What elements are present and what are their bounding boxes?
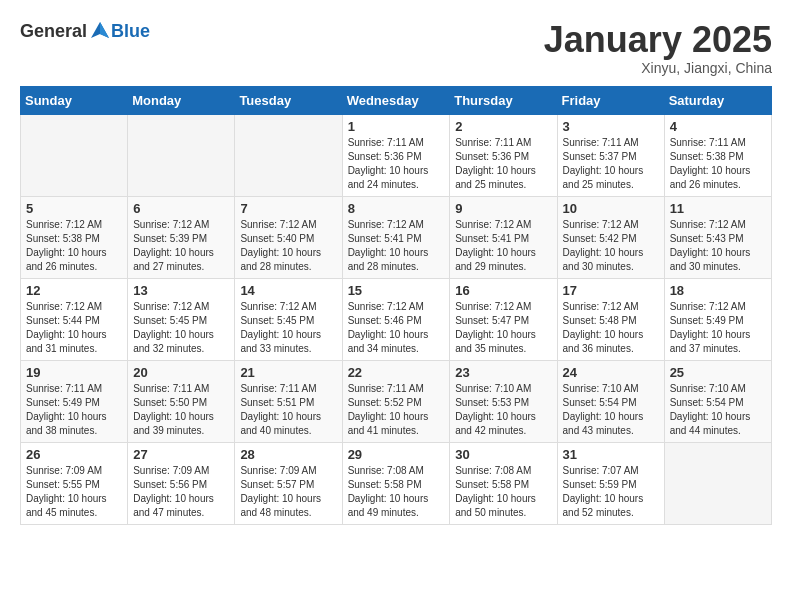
day-number: 8	[348, 201, 445, 216]
calendar-cell: 23Sunrise: 7:10 AMSunset: 5:53 PMDayligh…	[450, 360, 557, 442]
calendar-week-5: 26Sunrise: 7:09 AMSunset: 5:55 PMDayligh…	[21, 442, 772, 524]
calendar-cell: 22Sunrise: 7:11 AMSunset: 5:52 PMDayligh…	[342, 360, 450, 442]
day-number: 9	[455, 201, 551, 216]
header-monday: Monday	[128, 86, 235, 114]
day-info: Sunrise: 7:12 AMSunset: 5:48 PMDaylight:…	[563, 300, 659, 356]
calendar-cell: 14Sunrise: 7:12 AMSunset: 5:45 PMDayligh…	[235, 278, 342, 360]
day-number: 3	[563, 119, 659, 134]
day-info: Sunrise: 7:11 AMSunset: 5:38 PMDaylight:…	[670, 136, 766, 192]
day-info: Sunrise: 7:12 AMSunset: 5:38 PMDaylight:…	[26, 218, 122, 274]
calendar-cell: 24Sunrise: 7:10 AMSunset: 5:54 PMDayligh…	[557, 360, 664, 442]
day-number: 29	[348, 447, 445, 462]
header-tuesday: Tuesday	[235, 86, 342, 114]
day-number: 5	[26, 201, 122, 216]
calendar-cell: 6Sunrise: 7:12 AMSunset: 5:39 PMDaylight…	[128, 196, 235, 278]
calendar-cell: 17Sunrise: 7:12 AMSunset: 5:48 PMDayligh…	[557, 278, 664, 360]
day-info: Sunrise: 7:12 AMSunset: 5:43 PMDaylight:…	[670, 218, 766, 274]
day-number: 31	[563, 447, 659, 462]
day-info: Sunrise: 7:11 AMSunset: 5:36 PMDaylight:…	[455, 136, 551, 192]
calendar-cell: 26Sunrise: 7:09 AMSunset: 5:55 PMDayligh…	[21, 442, 128, 524]
calendar-cell: 4Sunrise: 7:11 AMSunset: 5:38 PMDaylight…	[664, 114, 771, 196]
header-wednesday: Wednesday	[342, 86, 450, 114]
day-info: Sunrise: 7:11 AMSunset: 5:51 PMDaylight:…	[240, 382, 336, 438]
calendar-week-1: 1Sunrise: 7:11 AMSunset: 5:36 PMDaylight…	[21, 114, 772, 196]
day-number: 18	[670, 283, 766, 298]
day-info: Sunrise: 7:11 AMSunset: 5:37 PMDaylight:…	[563, 136, 659, 192]
calendar-week-4: 19Sunrise: 7:11 AMSunset: 5:49 PMDayligh…	[21, 360, 772, 442]
calendar-cell: 15Sunrise: 7:12 AMSunset: 5:46 PMDayligh…	[342, 278, 450, 360]
day-info: Sunrise: 7:11 AMSunset: 5:52 PMDaylight:…	[348, 382, 445, 438]
calendar-cell: 31Sunrise: 7:07 AMSunset: 5:59 PMDayligh…	[557, 442, 664, 524]
day-info: Sunrise: 7:12 AMSunset: 5:44 PMDaylight:…	[26, 300, 122, 356]
calendar-cell: 28Sunrise: 7:09 AMSunset: 5:57 PMDayligh…	[235, 442, 342, 524]
day-info: Sunrise: 7:10 AMSunset: 5:54 PMDaylight:…	[670, 382, 766, 438]
day-number: 30	[455, 447, 551, 462]
day-info: Sunrise: 7:11 AMSunset: 5:50 PMDaylight:…	[133, 382, 229, 438]
calendar-cell: 1Sunrise: 7:11 AMSunset: 5:36 PMDaylight…	[342, 114, 450, 196]
header-saturday: Saturday	[664, 86, 771, 114]
title-section: January 2025 Xinyu, Jiangxi, China	[544, 20, 772, 76]
day-info: Sunrise: 7:09 AMSunset: 5:55 PMDaylight:…	[26, 464, 122, 520]
day-info: Sunrise: 7:12 AMSunset: 5:45 PMDaylight:…	[240, 300, 336, 356]
calendar-cell: 3Sunrise: 7:11 AMSunset: 5:37 PMDaylight…	[557, 114, 664, 196]
day-number: 12	[26, 283, 122, 298]
day-info: Sunrise: 7:12 AMSunset: 5:45 PMDaylight:…	[133, 300, 229, 356]
calendar-cell: 19Sunrise: 7:11 AMSunset: 5:49 PMDayligh…	[21, 360, 128, 442]
day-info: Sunrise: 7:12 AMSunset: 5:46 PMDaylight:…	[348, 300, 445, 356]
calendar-cell: 16Sunrise: 7:12 AMSunset: 5:47 PMDayligh…	[450, 278, 557, 360]
logo-text: General Blue	[20, 20, 150, 42]
day-number: 21	[240, 365, 336, 380]
logo-general: General	[20, 21, 87, 42]
logo-icon	[89, 20, 111, 42]
header-thursday: Thursday	[450, 86, 557, 114]
calendar-cell	[21, 114, 128, 196]
day-number: 24	[563, 365, 659, 380]
day-info: Sunrise: 7:12 AMSunset: 5:49 PMDaylight:…	[670, 300, 766, 356]
calendar-cell: 2Sunrise: 7:11 AMSunset: 5:36 PMDaylight…	[450, 114, 557, 196]
calendar-cell: 30Sunrise: 7:08 AMSunset: 5:58 PMDayligh…	[450, 442, 557, 524]
header-friday: Friday	[557, 86, 664, 114]
calendar-cell: 29Sunrise: 7:08 AMSunset: 5:58 PMDayligh…	[342, 442, 450, 524]
calendar-table: SundayMondayTuesdayWednesdayThursdayFrid…	[20, 86, 772, 525]
day-info: Sunrise: 7:12 AMSunset: 5:42 PMDaylight:…	[563, 218, 659, 274]
location: Xinyu, Jiangxi, China	[544, 60, 772, 76]
day-number: 6	[133, 201, 229, 216]
day-info: Sunrise: 7:12 AMSunset: 5:47 PMDaylight:…	[455, 300, 551, 356]
day-number: 2	[455, 119, 551, 134]
calendar-cell: 21Sunrise: 7:11 AMSunset: 5:51 PMDayligh…	[235, 360, 342, 442]
day-number: 20	[133, 365, 229, 380]
day-info: Sunrise: 7:11 AMSunset: 5:36 PMDaylight:…	[348, 136, 445, 192]
day-info: Sunrise: 7:10 AMSunset: 5:54 PMDaylight:…	[563, 382, 659, 438]
calendar-cell: 25Sunrise: 7:10 AMSunset: 5:54 PMDayligh…	[664, 360, 771, 442]
calendar-cell: 11Sunrise: 7:12 AMSunset: 5:43 PMDayligh…	[664, 196, 771, 278]
day-number: 13	[133, 283, 229, 298]
calendar-week-2: 5Sunrise: 7:12 AMSunset: 5:38 PMDaylight…	[21, 196, 772, 278]
day-number: 11	[670, 201, 766, 216]
page-header: General Blue January 2025 Xinyu, Jiangxi…	[20, 20, 772, 76]
day-number: 10	[563, 201, 659, 216]
calendar-cell: 18Sunrise: 7:12 AMSunset: 5:49 PMDayligh…	[664, 278, 771, 360]
day-number: 25	[670, 365, 766, 380]
day-number: 27	[133, 447, 229, 462]
calendar-cell: 10Sunrise: 7:12 AMSunset: 5:42 PMDayligh…	[557, 196, 664, 278]
day-info: Sunrise: 7:07 AMSunset: 5:59 PMDaylight:…	[563, 464, 659, 520]
calendar-cell: 7Sunrise: 7:12 AMSunset: 5:40 PMDaylight…	[235, 196, 342, 278]
day-number: 1	[348, 119, 445, 134]
day-number: 4	[670, 119, 766, 134]
logo-blue: Blue	[111, 21, 150, 42]
calendar-cell: 5Sunrise: 7:12 AMSunset: 5:38 PMDaylight…	[21, 196, 128, 278]
day-info: Sunrise: 7:10 AMSunset: 5:53 PMDaylight:…	[455, 382, 551, 438]
day-number: 26	[26, 447, 122, 462]
calendar-week-3: 12Sunrise: 7:12 AMSunset: 5:44 PMDayligh…	[21, 278, 772, 360]
day-number: 22	[348, 365, 445, 380]
calendar-cell: 8Sunrise: 7:12 AMSunset: 5:41 PMDaylight…	[342, 196, 450, 278]
day-number: 15	[348, 283, 445, 298]
calendar-cell: 20Sunrise: 7:11 AMSunset: 5:50 PMDayligh…	[128, 360, 235, 442]
calendar-header-row: SundayMondayTuesdayWednesdayThursdayFrid…	[21, 86, 772, 114]
day-number: 23	[455, 365, 551, 380]
calendar-cell: 13Sunrise: 7:12 AMSunset: 5:45 PMDayligh…	[128, 278, 235, 360]
day-info: Sunrise: 7:12 AMSunset: 5:41 PMDaylight:…	[455, 218, 551, 274]
day-number: 7	[240, 201, 336, 216]
day-number: 28	[240, 447, 336, 462]
day-info: Sunrise: 7:09 AMSunset: 5:57 PMDaylight:…	[240, 464, 336, 520]
